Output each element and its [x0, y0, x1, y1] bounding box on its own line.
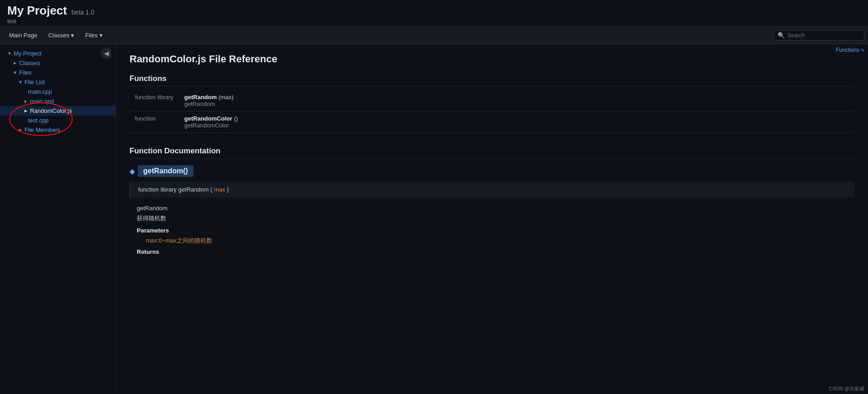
arrow-icon: ▼: [13, 70, 17, 75]
sidebar-back-button[interactable]: ◀: [101, 48, 112, 59]
project-subtitle: test: [7, 18, 861, 25]
functions-section-title: Functions: [130, 74, 854, 86]
project-beta: beta 1.0: [71, 9, 95, 16]
navbar: Main Page Classes ▾ Files ▾ 🔍: [0, 27, 868, 44]
content-inner: RandomColor.js File Reference Functions …: [116, 44, 868, 279]
fn-cell: getRandomColor () getRandomColor: [179, 111, 854, 133]
fn-body-desc: 获得随机数: [137, 214, 847, 222]
fn-cell: getRandom (max) getRandom: [179, 90, 854, 111]
csdn-footer: CSDN @岳振威: [829, 385, 864, 392]
sidebar-item-file-list[interactable]: ▼ File List: [0, 77, 115, 87]
fn-params: (): [234, 115, 238, 122]
fn-doc-header: ◆ getRandom(): [130, 165, 854, 177]
nav-classes[interactable]: Classes ▾: [43, 28, 80, 42]
param-detail: max:0~max之间的随机数: [137, 237, 847, 245]
arrow-icon: ▼: [18, 80, 23, 85]
chevron-down-icon: ▾: [100, 32, 103, 39]
project-title: My Project: [7, 4, 67, 17]
fn-signature: function library getRandom ( max ): [130, 182, 854, 197]
fn-description-block: getRandom 获得随机数 Parameters max:0~max之间的随…: [130, 203, 854, 261]
fn-sub: getRandomColor: [185, 122, 229, 129]
returns-label: Returns: [137, 248, 847, 255]
fn-name[interactable]: getRandom: [185, 94, 217, 101]
search-box: 🔍: [773, 30, 864, 40]
arrow-icon: ▼: [7, 51, 12, 56]
chevron-down-icon: ▾: [71, 32, 74, 39]
fn-doc-title: getRandom(): [138, 165, 194, 177]
fn-sub: getRandom: [185, 101, 215, 107]
fn-sig-param: max: [214, 186, 227, 193]
sidebar-item-files[interactable]: ▼ Files: [0, 68, 115, 77]
arrow-icon: ►: [18, 127, 23, 132]
fn-body-name: getRandom: [137, 205, 847, 212]
top-right-functions-link[interactable]: Functions: [836, 47, 864, 53]
sidebar-item-classes[interactable]: ► Classes: [0, 58, 115, 68]
fn-params: (max): [219, 94, 234, 101]
sidebar-item-my-project[interactable]: ▼ My Project: [0, 49, 115, 58]
fn-sig-text: function library getRandom (: [138, 186, 214, 193]
nav-main-page[interactable]: Main Page: [4, 28, 43, 42]
sidebar-item-main-cpp[interactable]: main.cpp: [0, 87, 115, 96]
fn-type: function library: [130, 90, 179, 111]
nav-files[interactable]: Files ▾: [80, 28, 108, 42]
arrow-icon: ►: [24, 108, 28, 113]
header: My Project beta 1.0 test: [0, 0, 868, 27]
page-title: RandomColor.js File Reference: [130, 53, 854, 65]
functions-table: function library getRandom (max) getRand…: [130, 90, 854, 133]
fn-name[interactable]: getRandomColor: [185, 115, 232, 122]
params-label: Parameters: [137, 227, 847, 234]
sidebar-item-randomcolor-js[interactable]: ► RandomColor.js: [0, 106, 115, 116]
content-area: Functions RandomColor.js File Reference …: [116, 44, 868, 390]
table-row: function getRandomColor () getRandomColo…: [130, 111, 854, 133]
sidebar: ◀ ▼ My Project ► Classes ▼ Files ▼ File …: [0, 44, 116, 390]
search-input[interactable]: [788, 32, 860, 39]
diamond-icon: ◆: [130, 167, 135, 176]
main-layout: ◀ ▼ My Project ► Classes ▼ Files ▼ File …: [0, 44, 868, 390]
fn-doc-entry: ◆ getRandom() function library getRandom…: [130, 165, 854, 261]
sidebar-item-test-cpp[interactable]: test.cpp: [0, 116, 115, 125]
arrow-icon: ►: [24, 99, 28, 104]
table-row: function library getRandom (max) getRand…: [130, 90, 854, 111]
function-documentation-title: Function Documentation: [130, 146, 854, 159]
sidebar-item-file-members[interactable]: ► File Members: [0, 125, 115, 135]
arrow-icon: ►: [13, 61, 17, 66]
search-icon: 🔍: [778, 32, 785, 39]
sidebar-item-main-qml[interactable]: ► main.qml: [0, 96, 115, 106]
fn-type: function: [130, 111, 179, 133]
